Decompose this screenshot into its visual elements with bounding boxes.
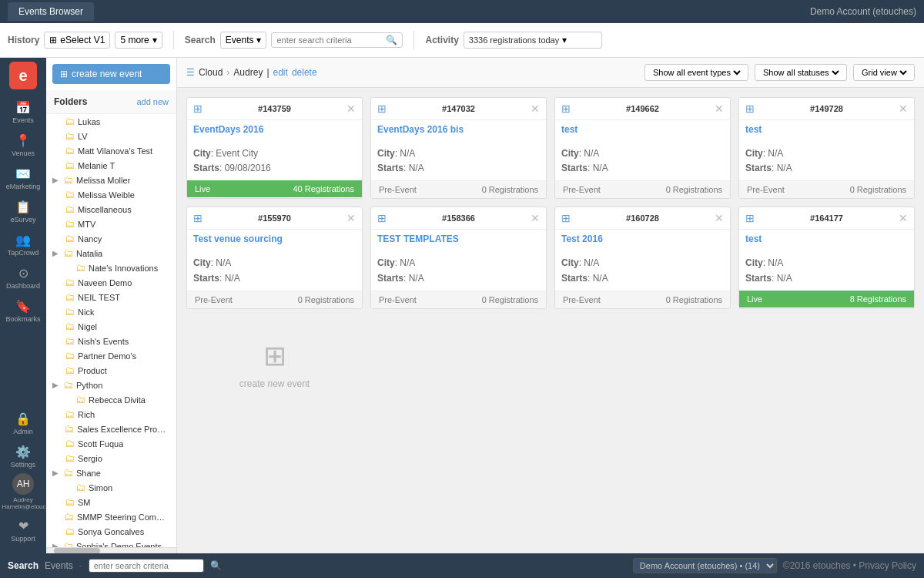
folder-item-lv[interactable]: 🗂LV xyxy=(46,129,176,143)
event-title[interactable]: test xyxy=(739,120,914,143)
folder-item-miscellaneous[interactable]: 🗂Miscellaneous xyxy=(46,202,176,217)
folder-item-matt-vilanova-s-test[interactable]: 🗂Matt Vilanova's Test xyxy=(46,143,176,158)
search-filter-select[interactable]: Events ▾ xyxy=(220,32,267,49)
event-id: #164177 xyxy=(810,213,843,223)
event-title[interactable]: TEST TEMPLATES xyxy=(371,230,546,253)
folder-item-sophia-s-demo-events[interactable]: ▶🗂Sophia's Demo Events xyxy=(46,539,176,547)
folder-item-nigel[interactable]: 🗂Nigel xyxy=(46,319,176,334)
sidebar-item-events[interactable]: 📅 Events xyxy=(0,96,46,129)
sidebar-item-emarketing[interactable]: ✉️ eMarketing xyxy=(0,162,46,195)
folders-scroll[interactable]: 🗂Lukas🗂LV🗂Matt Vilanova's Test🗂Melanie T… xyxy=(46,114,176,547)
sidebar-item-support[interactable]: ❤ Support xyxy=(2,514,45,547)
pin-icon[interactable]: ✕ xyxy=(346,212,356,224)
sidebar-item-dashboard[interactable]: ⊙ Dashboard xyxy=(0,261,46,294)
event-starts: Starts: N/A xyxy=(377,161,540,176)
activity-select[interactable]: 3336 registrations today ▾ xyxy=(464,32,602,49)
pin-icon[interactable]: ✕ xyxy=(346,102,356,115)
bookmarks-icon: 🔖 xyxy=(15,299,31,314)
sidebar-item-settings[interactable]: ⚙️ Settings xyxy=(2,440,45,473)
event-card-header: ⊞ #155970 ✕ xyxy=(187,207,362,230)
sidebar-item-admin[interactable]: 🔒 Admin xyxy=(2,407,45,440)
sidebar-item-venues[interactable]: 📍 Venues xyxy=(0,129,46,162)
expand-icon: ▶ xyxy=(52,469,59,477)
folder-item-scott-fuqua[interactable]: 🗂Scott Fuqua xyxy=(46,436,176,451)
header-search-input[interactable] xyxy=(276,35,383,45)
event-card-grid-icon: ⊞ xyxy=(561,212,571,224)
folder-item-python[interactable]: ▶🗂Python xyxy=(46,378,176,392)
folder-item-mtv[interactable]: 🗂MTV xyxy=(46,217,176,231)
folder-item-naveen-demo[interactable]: 🗂Naveen Demo xyxy=(46,275,176,290)
view-select[interactable]: Grid view xyxy=(859,67,909,78)
folder-icon: 🗂 xyxy=(75,394,85,405)
folder-item-product[interactable]: 🗂Product xyxy=(46,363,176,378)
folder-item-neil-test[interactable]: 🗂NEIL TEST xyxy=(46,290,176,304)
event-type-select[interactable]: Show all event types xyxy=(650,67,743,78)
folder-item-sonya-goncalves[interactable]: 🗂Sonya Goncalves xyxy=(46,524,176,539)
folder-item-nish-s-events[interactable]: 🗂Nish's Events xyxy=(46,334,176,348)
folder-item-sales-excellence-program[interactable]: 🗂Sales Excellence Program xyxy=(46,422,176,436)
header-search-wrap[interactable]: 🔍 xyxy=(271,32,403,48)
create-event-label: create new event xyxy=(72,69,142,79)
pin-icon[interactable]: ✕ xyxy=(531,102,540,115)
event-title[interactable]: EventDays 2016 bis xyxy=(371,120,546,143)
event-card-164177: ⊞ #164177 ✕ test City: N/A Starts: N/A L… xyxy=(738,207,915,308)
folder-item-natalia[interactable]: ▶🗂Natalia xyxy=(46,246,176,260)
folders-scrollbar[interactable] xyxy=(46,547,176,553)
event-id: #143759 xyxy=(258,104,291,113)
dashboard-icon: ⊙ xyxy=(18,266,28,281)
create-event-button[interactable]: ⊞ create new event xyxy=(52,64,170,84)
pin-icon[interactable]: ✕ xyxy=(715,102,724,115)
events-browser-tab[interactable]: Events Browser xyxy=(8,2,94,21)
event-title[interactable]: Test 2016 xyxy=(555,230,730,253)
status-filter[interactable]: Show all statuses xyxy=(755,64,847,81)
folder-item-rebecca-divita[interactable]: 🗂Rebecca Divita xyxy=(46,392,176,407)
event-id: #149662 xyxy=(626,104,659,113)
history-more-select[interactable]: 5 more ▾ xyxy=(115,32,162,49)
sidebar-item-esurvey[interactable]: 📋 eSurvey xyxy=(0,195,46,228)
bottom-search-input[interactable] xyxy=(89,559,204,573)
pin-icon[interactable]: ✕ xyxy=(715,212,724,224)
history-select[interactable]: ⊞ eSelect V1 xyxy=(44,32,110,49)
folder-item-lukas[interactable]: 🗂Lukas xyxy=(46,114,176,129)
folder-item-simon[interactable]: 🗂Simon xyxy=(46,480,176,495)
event-title[interactable]: test xyxy=(555,120,730,143)
folder-item-rich[interactable]: 🗂Rich xyxy=(46,407,176,422)
event-starts: Starts: N/A xyxy=(561,161,724,176)
add-new-link[interactable]: add new xyxy=(136,97,169,106)
breadcrumb-edit-link[interactable]: edit xyxy=(273,67,288,78)
create-new-event-placeholder[interactable]: ⊞ create new event xyxy=(186,317,363,412)
bottom-events-label: Events xyxy=(45,560,73,571)
sidebar-item-bookmarks[interactable]: 🔖 Bookmarks xyxy=(0,294,46,328)
folder-item-nick[interactable]: 🗂Nick xyxy=(46,304,176,319)
status-select[interactable]: Show all statuses xyxy=(760,67,842,78)
folder-item-melissa-moller[interactable]: ▶🗂Melissa Moller xyxy=(46,173,176,187)
sidebar-item-tapcrowd[interactable]: 👥 TapCrowd xyxy=(0,228,46,261)
folder-icon: 🗂 xyxy=(75,482,85,493)
folder-label: Sophia's Demo Events xyxy=(76,542,162,548)
folder-item-smmp-steering-committee[interactable]: 🗂SMMP Steering Committee xyxy=(46,509,176,524)
event-title[interactable]: Test venue sourcing xyxy=(187,230,362,253)
folder-item-sm[interactable]: 🗂SM xyxy=(46,495,176,509)
pin-icon[interactable]: ✕ xyxy=(899,102,908,115)
folder-label: Partner Demo's xyxy=(78,351,136,361)
event-footer: Pre-Event 0 Registrations xyxy=(187,291,362,308)
scrollbar-thumb[interactable] xyxy=(54,548,100,553)
folder-item-sergio[interactable]: 🗂Sergio xyxy=(46,451,176,465)
folder-item-melanie-t[interactable]: 🗂Melanie T xyxy=(46,158,176,173)
event-title[interactable]: test xyxy=(739,230,914,253)
event-type-filter[interactable]: Show all event types xyxy=(644,64,748,81)
folder-item-partner-demo-s[interactable]: 🗂Partner Demo's xyxy=(46,348,176,363)
folder-item-nate-s-innovations[interactable]: 🗂Nate's Innovations xyxy=(46,260,176,275)
pin-icon[interactable]: ✕ xyxy=(531,212,540,224)
user-label: Audrey Hamelin@etouches.com xyxy=(2,496,45,511)
account-select[interactable]: Demo Account (etouches) • (14) xyxy=(633,558,777,573)
folder-item-nancy[interactable]: 🗂Nancy xyxy=(46,231,176,246)
event-title[interactable]: EventDays 2016 xyxy=(187,120,362,143)
breadcrumb-delete-link[interactable]: delete xyxy=(292,67,317,78)
view-filter[interactable]: Grid view xyxy=(853,64,915,81)
folder-item-shane[interactable]: ▶🗂Shane xyxy=(46,465,176,480)
folder-icon: 🗂 xyxy=(63,247,73,259)
folder-label: Nate's Innovations xyxy=(89,264,158,273)
pin-icon[interactable]: ✕ xyxy=(899,212,908,224)
folder-item-melissa-weible[interactable]: 🗂Melissa Weible xyxy=(46,187,176,202)
